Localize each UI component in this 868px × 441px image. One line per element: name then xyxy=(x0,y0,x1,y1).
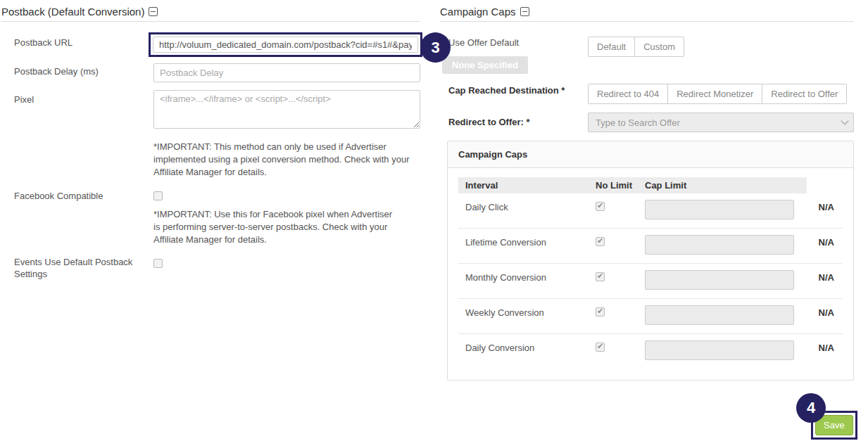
campaign-caps-panel-title: Campaign Caps xyxy=(448,141,853,168)
campaign-caps-panel: Campaign Caps Interval No Limit Cap Limi… xyxy=(447,141,854,381)
postback-section-title: Postback (Default Conversion) xyxy=(1,6,158,18)
chevron-down-icon xyxy=(841,117,848,124)
redirect-offer-button[interactable]: Redirect to Offer xyxy=(762,84,847,104)
no-limit-checkbox[interactable] xyxy=(596,237,605,246)
table-row: Weekly Conversion N/A xyxy=(458,299,843,334)
no-limit-checkbox[interactable] xyxy=(596,307,605,317)
cap-limit-input[interactable] xyxy=(645,235,794,255)
pixel-label: Pixel xyxy=(14,94,34,106)
use-offer-default-label: Use Offer Default xyxy=(448,37,519,49)
facebook-compatible-checkbox[interactable] xyxy=(153,191,163,200)
default-button[interactable]: Default xyxy=(588,37,635,57)
caps-table-header: Interval No Limit Cap Limit xyxy=(458,177,807,193)
postback-url-label: Postback URL xyxy=(14,37,73,49)
pixel-textarea[interactable] xyxy=(153,90,420,129)
step-3-badge: 3 xyxy=(420,32,451,63)
pixel-important-note: *IMPORTANT: This method can only be used… xyxy=(153,141,420,179)
table-row: Daily Conversion N/A xyxy=(458,334,843,369)
no-limit-checkbox[interactable] xyxy=(596,272,605,281)
step-4-badge: 4 xyxy=(796,393,826,423)
none-specified-badge: None Specified xyxy=(442,56,528,74)
col-cap-limit: Cap Limit xyxy=(645,180,796,191)
campaign-caps-section-title: Campaign Caps xyxy=(440,6,529,18)
cap-value: N/A xyxy=(819,235,843,248)
cap-limit-input[interactable] xyxy=(645,305,794,325)
cap-reached-destination-label: Cap Reached Destination * xyxy=(448,85,565,97)
interval-label: Weekly Conversion xyxy=(458,305,596,318)
cap-reached-destination-toggle: Redirect to 404 Redirect Monetizer Redir… xyxy=(588,84,847,104)
events-default-label: Events Use Default Postback Settings xyxy=(14,257,142,281)
interval-label: Daily Click xyxy=(458,200,596,212)
cap-limit-input[interactable] xyxy=(645,270,794,290)
postback-campaign-caps-page: Postback (Default Conversion) Postback U… xyxy=(0,0,868,441)
cap-limit-input[interactable] xyxy=(645,200,794,219)
interval-label: Daily Conversion xyxy=(458,340,596,353)
right-divider xyxy=(440,21,854,22)
col-interval: Interval xyxy=(458,180,596,191)
cap-value: N/A xyxy=(819,200,843,212)
interval-label: Monthly Conversion xyxy=(458,270,596,283)
interval-label: Lifetime Conversion xyxy=(458,235,596,248)
redirect-to-offer-label: Redirect to Offer: * xyxy=(448,117,530,129)
no-limit-checkbox[interactable] xyxy=(596,202,605,211)
postback-delay-input[interactable] xyxy=(153,63,420,82)
redirect-404-button[interactable]: Redirect to 404 xyxy=(588,84,668,104)
left-divider xyxy=(1,21,420,22)
no-limit-checkbox[interactable] xyxy=(596,343,605,352)
offer-search-select[interactable]: Type to Search Offer xyxy=(588,113,854,132)
collapse-icon[interactable] xyxy=(149,7,158,16)
col-no-limit: No Limit xyxy=(596,180,645,191)
custom-button[interactable]: Custom xyxy=(634,37,684,57)
table-row: Daily Click N/A xyxy=(458,193,843,229)
table-row: Monthly Conversion N/A xyxy=(458,264,843,299)
facebook-compatible-label: Facebook Compatible xyxy=(14,191,103,203)
postback-url-annotation-box xyxy=(149,32,422,57)
collapse-icon[interactable] xyxy=(520,7,529,16)
cap-value: N/A xyxy=(819,340,843,353)
cap-limit-input[interactable] xyxy=(645,340,794,360)
postback-delay-label: Postback Delay (ms) xyxy=(14,66,99,78)
table-row: Lifetime Conversion N/A xyxy=(458,229,843,264)
events-default-checkbox[interactable] xyxy=(153,259,163,268)
cap-value: N/A xyxy=(819,270,843,283)
offer-search-placeholder: Type to Search Offer xyxy=(596,117,680,128)
cap-value: N/A xyxy=(819,305,843,318)
redirect-monetizer-button[interactable]: Redirect Monetizer xyxy=(667,84,762,104)
postback-url-input[interactable] xyxy=(153,37,418,53)
use-offer-default-toggle: Default Custom xyxy=(588,37,684,57)
facebook-important-note: *IMPORTANT: Use this for Facebook pixel … xyxy=(153,208,401,246)
